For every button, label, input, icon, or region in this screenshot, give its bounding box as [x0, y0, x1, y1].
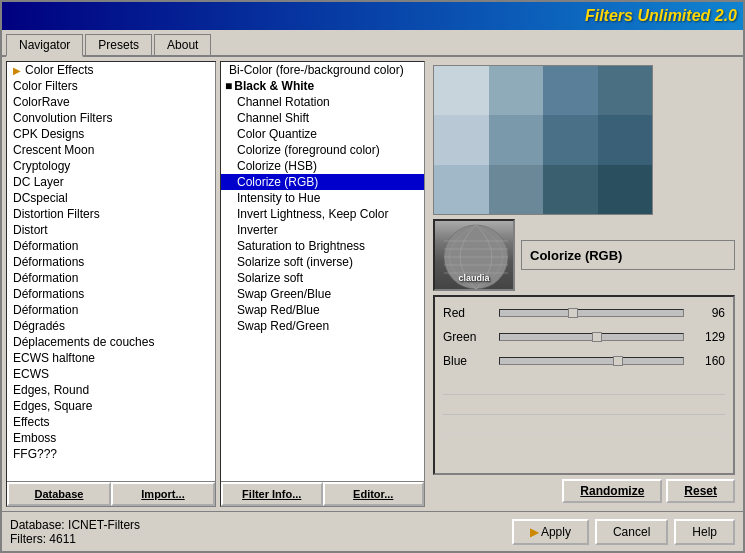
app-title: Filters Unlimited 2.0	[585, 7, 737, 25]
swatch	[489, 66, 544, 115]
swatch	[543, 66, 598, 115]
blue-slider-thumb[interactable]	[613, 356, 623, 366]
filter-item[interactable]: Solarize soft	[221, 270, 424, 286]
list-item[interactable]: Emboss	[7, 430, 215, 446]
swatch	[434, 115, 489, 164]
editor-button[interactable]: Editor...	[323, 482, 425, 506]
swatch	[598, 165, 653, 214]
blue-value: 160	[690, 354, 725, 368]
database-status: Database: ICNET-Filters	[10, 518, 140, 532]
preview-name-row: claudia Colorize (RGB)	[433, 219, 735, 291]
apply-arrow-icon: ▶	[530, 525, 539, 539]
filter-item[interactable]: Colorize (HSB)	[221, 158, 424, 174]
arrow-icon: ▶	[13, 65, 21, 76]
category-list[interactable]: ▶ Color Effects Color Filters ColorRave …	[7, 62, 215, 481]
color-swatches	[433, 65, 653, 215]
list-item[interactable]: Déformation	[7, 270, 215, 286]
status-info: Database: ICNET-Filters Filters: 4611	[10, 518, 140, 546]
filter-info-button[interactable]: Filter Info...	[221, 482, 323, 506]
reset-button[interactable]: Reset	[666, 479, 735, 503]
list-item[interactable]: CPK Designs	[7, 126, 215, 142]
swatch	[598, 66, 653, 115]
filter-item[interactable]: Invert Lightness, Keep Color	[221, 206, 424, 222]
filter-item[interactable]: Swap Green/Blue	[221, 286, 424, 302]
green-value: 129	[690, 330, 725, 344]
red-label: Red	[443, 306, 493, 320]
preview-thumbnail: claudia	[433, 219, 515, 291]
preview-text: claudia	[458, 273, 489, 283]
list-item[interactable]: ▶ Color Effects	[7, 62, 215, 78]
list-item[interactable]: Déplacements de couches	[7, 334, 215, 350]
filter-item[interactable]: Bi-Color (fore-/background color)	[221, 62, 424, 78]
cancel-button[interactable]: Cancel	[595, 519, 668, 545]
filter-item[interactable]: Intensity to Hue	[221, 190, 424, 206]
tab-about[interactable]: About	[154, 34, 211, 55]
red-slider-thumb[interactable]	[568, 308, 578, 318]
database-button[interactable]: Database	[7, 482, 111, 506]
list-item[interactable]: Edges, Square	[7, 398, 215, 414]
filter-item-selected[interactable]: Colorize (RGB)	[221, 174, 424, 190]
filter-item[interactable]: Inverter	[221, 222, 424, 238]
list-item[interactable]: Edges, Round	[7, 382, 215, 398]
swatch	[598, 115, 653, 164]
title-bar: Filters Unlimited 2.0	[2, 2, 743, 30]
list-item[interactable]: Crescent Moon	[7, 142, 215, 158]
apply-button[interactable]: ▶ Apply	[512, 519, 589, 545]
randomize-reset-row: Randomize Reset	[433, 479, 735, 503]
filters-value: 4611	[49, 532, 76, 546]
green-label: Green	[443, 330, 493, 344]
blue-label: Blue	[443, 354, 493, 368]
list-item[interactable]: Cryptology	[7, 158, 215, 174]
red-slider-row: Red 96	[443, 303, 725, 323]
filter-item[interactable]: Saturation to Brightness	[221, 238, 424, 254]
list-item[interactable]: Convolution Filters	[7, 110, 215, 126]
swatch	[543, 115, 598, 164]
green-slider-thumb[interactable]	[592, 332, 602, 342]
category-list-panel: ▶ Color Effects Color Filters ColorRave …	[6, 61, 216, 507]
preview-section	[433, 65, 735, 215]
list-item[interactable]: DCspecial	[7, 190, 215, 206]
empty-row	[443, 375, 725, 395]
list-item[interactable]: Déformation	[7, 302, 215, 318]
green-slider[interactable]	[499, 333, 684, 341]
list-item[interactable]: Déformation	[7, 238, 215, 254]
right-panel: claudia Colorize (RGB) Red 96 Gree	[429, 61, 739, 507]
list-item[interactable]: ColorRave	[7, 94, 215, 110]
list-item[interactable]: Color Filters	[7, 78, 215, 94]
list-item[interactable]: FFG???	[7, 446, 215, 462]
red-slider[interactable]	[499, 309, 684, 317]
filter-item[interactable]: Swap Red/Green	[221, 318, 424, 334]
tab-bar: Navigator Presets About	[2, 30, 743, 57]
list-item[interactable]: Déformations	[7, 254, 215, 270]
status-bar: Database: ICNET-Filters Filters: 4611 ▶ …	[2, 511, 743, 551]
list-item[interactable]: Déformations	[7, 286, 215, 302]
list-item[interactable]: Dégradés	[7, 318, 215, 334]
swatch	[489, 165, 544, 214]
filter-list-panel: Bi-Color (fore-/background color) ■Black…	[220, 61, 425, 507]
action-buttons: ▶ Apply Cancel Help	[512, 519, 735, 545]
database-value: ICNET-Filters	[68, 518, 140, 532]
main-window: Filters Unlimited 2.0 Navigator Presets …	[0, 0, 745, 553]
randomize-button[interactable]: Randomize	[562, 479, 662, 503]
list-item[interactable]: DC Layer	[7, 174, 215, 190]
filter-item[interactable]: Channel Rotation	[221, 94, 424, 110]
list-item[interactable]: Distort	[7, 222, 215, 238]
filter-item[interactable]: Channel Shift	[221, 110, 424, 126]
filter-item[interactable]: Colorize (foreground color)	[221, 142, 424, 158]
blue-slider[interactable]	[499, 357, 684, 365]
filter-item[interactable]: Solarize soft (inverse)	[221, 254, 424, 270]
list-item[interactable]: Effects	[7, 414, 215, 430]
import-button[interactable]: Import...	[111, 482, 215, 506]
list-item[interactable]: Distortion Filters	[7, 206, 215, 222]
filter-item[interactable]: ■Black & White	[221, 78, 424, 94]
tab-navigator[interactable]: Navigator	[6, 34, 83, 57]
filter-name-box: Colorize (RGB)	[521, 240, 735, 270]
filter-item[interactable]: Swap Red/Blue	[221, 302, 424, 318]
list-item[interactable]: ECWS halftone	[7, 350, 215, 366]
filter-item[interactable]: Color Quantize	[221, 126, 424, 142]
tab-presets[interactable]: Presets	[85, 34, 152, 55]
list-item[interactable]: ECWS	[7, 366, 215, 382]
filter-list[interactable]: Bi-Color (fore-/background color) ■Black…	[221, 62, 424, 481]
filters-status: Filters: 4611	[10, 532, 140, 546]
help-button[interactable]: Help	[674, 519, 735, 545]
